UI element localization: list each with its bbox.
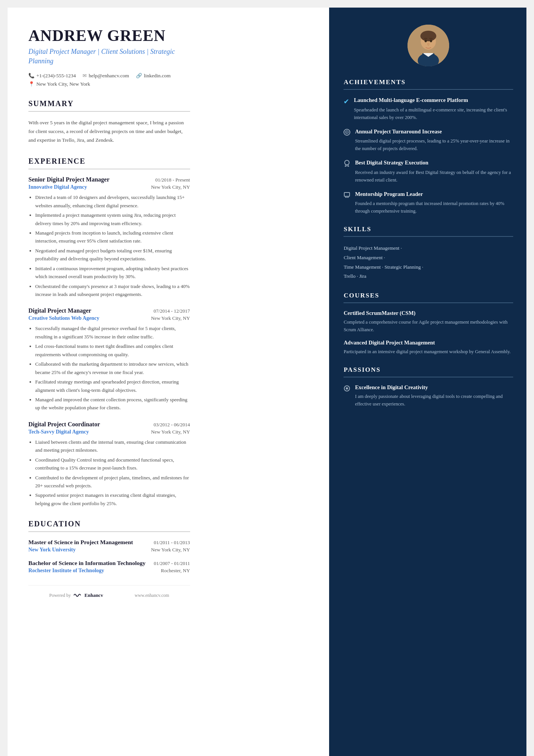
achievement-item-3: Best Digital Strategy Execution Received… — [344, 159, 513, 184]
exp-header-2: Digital Project Manager 07/2014 - 12/201… — [28, 307, 190, 314]
bullet: Led cross-functional teams to meet tight… — [35, 342, 190, 358]
achievement-desc-2: Streamlined digital project processes, l… — [355, 137, 513, 152]
edu-degree-2: Bachelor of Science in Information Techn… — [28, 560, 145, 567]
exp-date-1: 01/2018 - Present — [155, 177, 190, 183]
bullet: Implemented a project management system … — [35, 211, 190, 227]
achievement-desc-1: Spearheaded the launch of a multilingual… — [354, 106, 513, 121]
course-desc-1: Completed a comprehensive course for Agi… — [344, 318, 513, 333]
avatar-image — [408, 25, 449, 66]
passions-divider — [344, 377, 513, 377]
passions-title: PASSIONS — [344, 366, 513, 374]
bullet: Supported senior project managers in exe… — [35, 491, 190, 507]
linkedin-url: linkedin.com — [144, 73, 171, 79]
candidate-name: ANDREW GREEN — [28, 27, 190, 45]
edu-location-1: New York City, NY — [151, 547, 190, 553]
experience-divider — [28, 169, 190, 169]
achievement-desc-3: Received an industry award for Best Digi… — [355, 169, 513, 184]
email-icon: ✉ — [83, 73, 87, 79]
edu-entry-2: Bachelor of Science in Information Techn… — [28, 560, 190, 574]
linkedin-item: 🔗 linkedin.com — [136, 73, 171, 79]
edu-header-2: Bachelor of Science in Information Techn… — [28, 560, 190, 567]
exp-subheader-2: Creative Solutions Web Agency New York C… — [28, 315, 190, 321]
edu-degree-1: Master of Science in Project Management — [28, 539, 133, 546]
edu-school-1: New York University — [28, 547, 76, 553]
skill-line-4: Trello · Jira — [344, 272, 513, 281]
bullet: Directed a team of 10 designers and deve… — [35, 193, 190, 210]
target-icon — [344, 129, 350, 153]
course-title-1: Certified ScrumMaster (CSM) — [344, 310, 513, 316]
svg-point-6 — [430, 40, 432, 42]
bullet: Successfully managed the digital presenc… — [35, 324, 190, 341]
education-section: EDUCATION Master of Science in Project M… — [28, 520, 190, 574]
courses-divider — [344, 302, 513, 303]
bullet: Collaborated with the marketing departme… — [35, 360, 190, 376]
svg-point-9 — [347, 131, 348, 133]
edu-subheader-2: Rochester Institute of Technology Roches… — [28, 568, 190, 574]
location-text: New York City, New York — [36, 81, 90, 87]
exp-subheader-1: Innovative Digital Agency New York City,… — [28, 184, 190, 190]
skill-line-1: Digital Project Management · — [344, 244, 513, 253]
edu-school-2: Rochester Institute of Technology — [28, 568, 104, 574]
exp-company-2: Creative Solutions Web Agency — [28, 315, 99, 321]
mentor-icon — [344, 191, 350, 215]
resume-container: ANDREW GREEN Digital Project Manager | C… — [8, 8, 526, 756]
exp-location-1: New York City, NY — [151, 184, 190, 190]
skills-divider — [344, 236, 513, 237]
email-address: help@enhancv.com — [89, 73, 129, 79]
exp-company-1: Innovative Digital Agency — [28, 184, 87, 190]
svg-rect-11 — [344, 193, 350, 196]
right-column: ACHIEVEMENTS ✔ Launched Multi-language E… — [329, 8, 526, 756]
exp-bullets-2: Successfully managed the digital presenc… — [28, 324, 190, 412]
achievements-section: ACHIEVEMENTS ✔ Launched Multi-language E… — [344, 78, 513, 215]
exp-location-3: New York City, NY — [151, 429, 190, 435]
exp-entry-3: Digital Project Coordinator 03/2012 - 06… — [28, 421, 190, 508]
course-desc-2: Participated in an intensive digital pro… — [344, 348, 513, 355]
courses-section: COURSES Certified ScrumMaster (CSM) Comp… — [344, 292, 513, 355]
bullet: Coordinated Quality Control testing and … — [35, 456, 190, 472]
bullet: Liaised between clients and the internal… — [35, 438, 190, 454]
passion-desc-1: I am deeply passionate about leveraging … — [355, 393, 513, 408]
location-icon: 📍 — [28, 81, 34, 87]
footer-bar: Powered by Enhancv www.enhancv.com — [28, 585, 190, 605]
skill-line-3: Time Management · Strategic Planning · — [344, 263, 513, 272]
achievement-item-1: ✔ Launched Multi-language E-commerce Pla… — [344, 97, 513, 121]
powered-by-label: Powered by — [49, 593, 71, 598]
edu-header-1: Master of Science in Project Management … — [28, 539, 190, 546]
exp-entry-1: Senior Digital Project Manager 01/2018 -… — [28, 176, 190, 298]
exp-location-2: New York City, NY — [151, 315, 190, 321]
achievement-item-4: Mentorship Program Leader Founded a ment… — [344, 191, 513, 215]
exp-date-3: 03/2012 - 06/2014 — [154, 422, 190, 428]
bullet: Contributed to the development of projec… — [35, 474, 190, 490]
achievements-title: ACHIEVEMENTS — [344, 78, 513, 86]
achievement-title-2: Annual Project Turnaround Increase — [355, 128, 513, 136]
award-icon — [344, 160, 350, 184]
footer-website: www.enhancv.com — [135, 593, 169, 598]
skills-section: SKILLS Digital Project Management · Clie… — [344, 225, 513, 281]
bullet: Orchestrated the company's presence at 3… — [35, 282, 190, 299]
bullet: Negotiated and managed project budgets t… — [35, 247, 190, 263]
education-divider — [28, 531, 190, 532]
bullet: Initiated a continuous improvement progr… — [35, 265, 190, 281]
contact-line: 📞 +1-(234)-555-1234 ✉ help@enhancv.com 🔗… — [28, 73, 190, 79]
phone-item: 📞 +1-(234)-555-1234 — [28, 73, 76, 79]
phone-icon: 📞 — [28, 73, 34, 79]
passion-icon-1 — [344, 385, 350, 408]
avatar-container — [344, 25, 513, 66]
summary-divider — [28, 111, 190, 112]
education-title: EDUCATION — [28, 520, 190, 528]
exp-subheader-3: Tech-Savvy Digital Agency New York City,… — [28, 429, 190, 435]
edu-date-1: 01/2011 - 01/2013 — [154, 540, 190, 546]
achievements-divider — [344, 89, 513, 90]
edu-date-2: 01/2007 - 01/2011 — [154, 560, 190, 567]
candidate-title: Digital Project Manager | Client Solutio… — [28, 47, 190, 66]
exp-title-3: Digital Project Coordinator — [28, 421, 100, 428]
edu-location-2: Rochester, NY — [161, 568, 190, 574]
experience-title: EXPERIENCE — [28, 157, 190, 166]
svg-point-10 — [345, 160, 349, 165]
achievement-item-2: Annual Project Turnaround Increase Strea… — [344, 128, 513, 153]
phone-number: +1-(234)-555-1234 — [36, 73, 76, 79]
passions-section: PASSIONS Excellence in Digital Creativit… — [344, 366, 513, 408]
summary-section: SUMMARY With over 5 years in the digital… — [28, 99, 190, 145]
exp-title-2: Digital Project Manager — [28, 307, 91, 314]
passion-item-1: Excellence in Digital Creativity I am de… — [344, 384, 513, 408]
